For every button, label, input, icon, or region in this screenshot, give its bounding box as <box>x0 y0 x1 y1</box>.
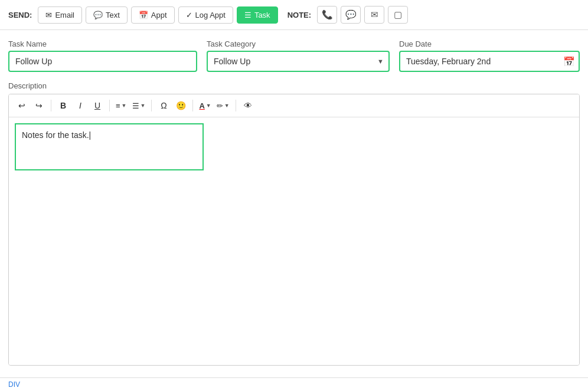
appt-icon: 📅 <box>139 11 148 19</box>
eye-icon: 👁 <box>244 101 252 110</box>
due-date-input[interactable] <box>399 51 580 72</box>
separator-2 <box>109 100 110 111</box>
omega-button[interactable]: Ω <box>155 98 172 113</box>
due-date-label: Due Date <box>399 40 580 48</box>
highlight-icon: ✏ <box>217 101 223 110</box>
separator-5 <box>236 100 236 111</box>
email-button[interactable]: ✉ Email <box>38 6 82 24</box>
underline-icon: U <box>94 101 100 110</box>
bottom-bar: DIV <box>0 377 588 391</box>
omega-icon: Ω <box>161 101 166 110</box>
editor-body[interactable]: Notes for the task.| <box>9 117 579 365</box>
task-category-group: Task Category Follow Up Call Back Meetin… <box>207 40 390 72</box>
emoji-button[interactable]: 🙂 <box>172 98 189 113</box>
task-category-select[interactable]: Follow Up Call Back Meeting Other <box>207 51 390 72</box>
send-label: SEND: <box>8 11 32 19</box>
ordered-list-icon: ≡ <box>116 101 120 110</box>
main-content: Task Name Task Category Follow Up Call B… <box>0 30 588 375</box>
format-group: B I U <box>55 98 106 113</box>
due-date-group: Due Date 📅 <box>399 40 580 72</box>
underline-button[interactable]: U <box>89 98 106 113</box>
redo-button[interactable]: ↪ <box>31 98 47 113</box>
bold-icon: B <box>60 101 66 110</box>
note-phone-button[interactable]: 📞 <box>317 6 337 24</box>
email-icon: ✉ <box>45 11 52 19</box>
mail-icon: ✉ <box>371 9 378 20</box>
emoji-icon: 🙂 <box>176 101 186 110</box>
log-appt-label: Log Appt <box>195 11 226 19</box>
form-row: Task Name Task Category Follow Up Call B… <box>8 40 580 72</box>
unordered-list-button[interactable]: ☰ ▼ <box>130 100 148 111</box>
due-date-wrapper: 📅 <box>399 51 580 72</box>
phone-icon: 📞 <box>322 9 333 20</box>
editor-container: ↩ ↪ B I U <box>8 94 580 366</box>
task-category-wrapper: Follow Up Call Back Meeting Other <box>207 51 390 72</box>
description-label: Description <box>8 81 580 90</box>
task-name-label: Task Name <box>8 40 197 48</box>
appt-button[interactable]: 📅 Appt <box>131 6 175 24</box>
square-icon: ▢ <box>394 9 402 20</box>
task-icon: ☰ <box>244 11 251 19</box>
bold-button[interactable]: B <box>55 98 71 113</box>
color-group: A ▼ ✏ ▼ <box>197 100 231 111</box>
task-label: Task <box>254 11 270 19</box>
list-group: ≡ ▼ ☰ ▼ <box>113 100 148 111</box>
editor-toolbar: ↩ ↪ B I U <box>9 94 579 117</box>
separator-3 <box>151 100 152 111</box>
preview-button[interactable]: 👁 <box>240 98 256 113</box>
note-comment-button[interactable]: 💬 <box>341 6 361 24</box>
text-button[interactable]: 💬 Text <box>86 6 128 24</box>
separator-1 <box>51 100 51 111</box>
top-bar: SEND: ✉ Email 💬 Text 📅 Appt ✓ Log Appt ☰… <box>0 0 588 30</box>
log-appt-button[interactable]: ✓ Log Appt <box>178 6 233 24</box>
unordered-list-icon: ☰ <box>132 101 139 110</box>
highlight-button[interactable]: ✏ ▼ <box>214 100 232 111</box>
log-appt-icon: ✓ <box>186 11 192 19</box>
text-label: Text <box>106 11 120 19</box>
task-name-group: Task Name <box>8 40 197 72</box>
note-email-button[interactable]: ✉ <box>364 6 384 24</box>
undo-icon: ↩ <box>18 101 25 110</box>
italic-icon: I <box>79 101 81 110</box>
unordered-list-chevron: ▼ <box>141 103 146 109</box>
redo-icon: ↪ <box>35 101 43 110</box>
ordered-list-button[interactable]: ≡ ▼ <box>113 100 129 111</box>
task-category-label: Task Category <box>207 40 390 48</box>
font-color-icon: A <box>199 101 204 110</box>
special-group: Ω 🙂 <box>155 98 189 113</box>
comment-icon: 💬 <box>345 9 357 20</box>
separator-4 <box>192 100 193 111</box>
calendar-icon[interactable]: 📅 <box>563 56 575 67</box>
text-icon: 💬 <box>93 11 103 19</box>
highlight-chevron: ▼ <box>224 103 230 109</box>
note-label: NOTE: <box>288 11 311 19</box>
undo-redo-group: ↩ ↪ <box>14 98 47 113</box>
task-name-input[interactable] <box>8 51 197 72</box>
appt-label: Appt <box>151 11 167 19</box>
font-color-button[interactable]: A ▼ <box>197 100 213 111</box>
font-color-chevron: ▼ <box>206 103 211 109</box>
bottom-div-label: DIV <box>8 380 20 389</box>
email-label: Email <box>55 11 74 19</box>
description-section: Description ↩ ↪ B <box>8 81 580 366</box>
ordered-list-chevron: ▼ <box>122 103 127 109</box>
task-button[interactable]: ☰ Task <box>237 6 278 24</box>
italic-button[interactable]: I <box>72 98 89 113</box>
note-square-button[interactable]: ▢ <box>388 6 408 24</box>
undo-button[interactable]: ↩ <box>14 98 30 113</box>
editor-text-area[interactable]: Notes for the task.| <box>15 123 204 170</box>
